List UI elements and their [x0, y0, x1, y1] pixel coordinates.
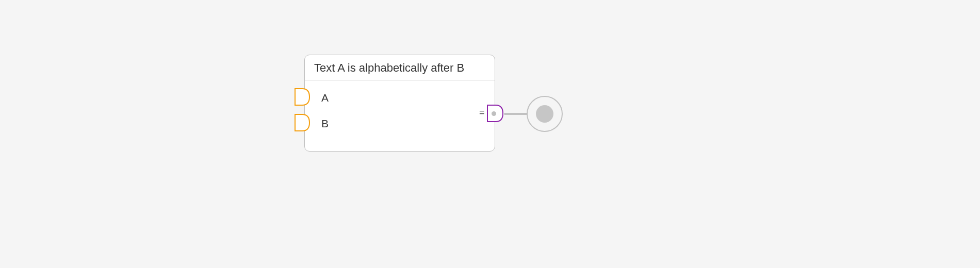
input-label-b: B — [321, 118, 329, 130]
input-port-b[interactable] — [294, 113, 311, 132]
port-shape-icon — [294, 88, 311, 106]
output-port[interactable] — [486, 104, 504, 123]
port-dot-icon — [492, 111, 496, 116]
node-body: A B = — [305, 80, 495, 150]
connector-line — [504, 113, 530, 115]
logic-node[interactable]: Text A is alphabetically after B A B = — [304, 55, 495, 152]
result-node[interactable] — [527, 96, 563, 132]
node-title: Text A is alphabetically after B — [305, 55, 495, 80]
input-port-a[interactable] — [294, 88, 311, 106]
output-prefix: = — [479, 107, 485, 118]
result-dot-icon — [536, 105, 553, 123]
port-shape-icon — [294, 113, 311, 132]
input-label-a: A — [321, 92, 329, 104]
diagram-canvas: Text A is alphabetically after B A B = — [0, 0, 980, 268]
